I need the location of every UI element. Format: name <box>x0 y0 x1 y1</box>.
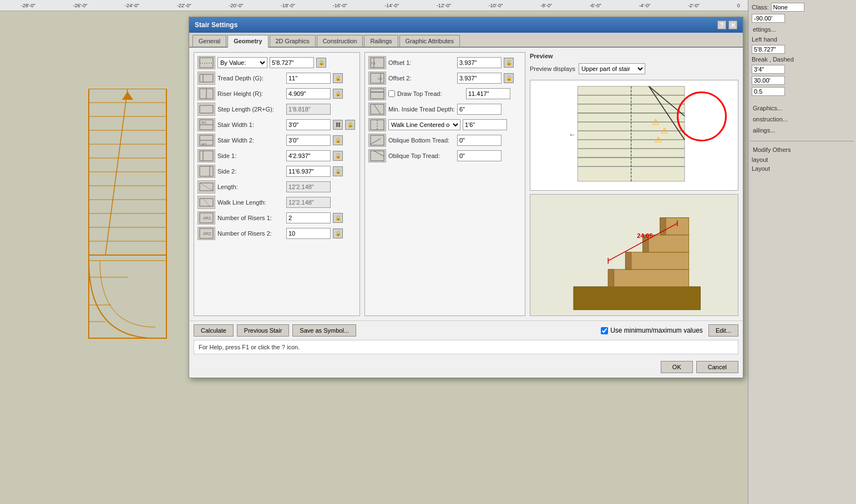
num-risers1-lock[interactable]: 🔒 <box>333 213 343 223</box>
save-symbol-button[interactable]: Save as Symbol... <box>292 324 356 337</box>
use-min-max-checkbox[interactable] <box>601 327 608 334</box>
walk-line-length-icon <box>197 196 215 209</box>
preview-display-row: Preview displays Upper part of stair <box>530 63 738 74</box>
oblique-top-label: Oblique Top Tread: <box>388 152 455 159</box>
min-inside-tread-row: Min. Inside Tread Depth: <box>368 103 521 116</box>
walk-line-length-label: Walk Line Length: <box>217 199 284 206</box>
num-risers2-icon: #R2 <box>197 227 215 240</box>
offset2-lock[interactable]: 🔒 <box>504 73 514 83</box>
graphics-link[interactable]: Graphics... <box>752 104 783 113</box>
offset1-row: O1 Offset 1: 🔒 <box>368 56 521 69</box>
modify-others-row[interactable]: Modify Others <box>751 145 854 155</box>
previous-stair-button[interactable]: Previous Stair <box>237 324 289 337</box>
settings-row[interactable]: ettings... <box>751 24 854 34</box>
num-risers2-row: #R2 Number of Risers 2: 🔒 <box>197 227 356 240</box>
stair-width1-lock[interactable]: 🔒 <box>345 120 355 130</box>
side2-input[interactable] <box>286 166 331 177</box>
oblique-top-input[interactable] <box>457 150 502 161</box>
side1-input[interactable] <box>286 150 331 161</box>
stair-width-link[interactable]: ⛓ <box>333 120 343 130</box>
num-risers2-input[interactable] <box>286 228 331 239</box>
middle-form-panel: O1 Offset 1: 🔒 O2 Offset 2: � <box>364 52 525 316</box>
tread-depth-lock[interactable]: 🔒 <box>333 73 343 83</box>
svg-text:O1: O1 <box>371 62 376 65</box>
tab-graphic-attributes[interactable]: Graphic Attributes <box>399 35 460 47</box>
svg-line-60 <box>374 151 384 156</box>
offset2-label: Offset 2: <box>388 75 455 82</box>
class-label: Class: <box>752 4 769 11</box>
help-text-bar: For Help, press F1 or click the ? icon. <box>194 340 738 354</box>
tread-depth-input[interactable] <box>286 73 331 84</box>
length-input <box>286 181 331 192</box>
preview-3d-svg: 24.05 <box>530 195 738 315</box>
val2: 3'4" <box>752 65 785 74</box>
draw-top-tread-checkbox[interactable] <box>388 90 395 97</box>
riser-height-lock[interactable]: 🔒 <box>333 89 343 99</box>
help-title-button[interactable]: ? <box>717 21 726 29</box>
svg-text:O2: O2 <box>378 77 383 80</box>
cancel-button[interactable]: Cancel <box>696 361 738 373</box>
preview-label: Preview <box>530 53 553 59</box>
riser-height-input[interactable] <box>286 88 331 99</box>
svg-rect-78 <box>574 287 700 310</box>
offset1-lock[interactable]: 🔒 <box>504 58 514 68</box>
val2-row: 3'4" <box>751 64 854 74</box>
stair-width2-input[interactable] <box>286 135 331 146</box>
num-risers1-icon: #R1 <box>197 211 215 225</box>
tab-general[interactable]: General <box>193 35 226 47</box>
right-panel: Class: None -90.00' ettings... Left hand… <box>748 0 856 504</box>
ok-button[interactable]: OK <box>661 361 693 373</box>
edit-button[interactable]: Edit... <box>708 324 738 337</box>
walk-line-input[interactable] <box>463 119 507 130</box>
settings-link[interactable]: ettings... <box>752 25 777 34</box>
tab-2d-graphics[interactable]: 2D Graphics <box>270 35 316 47</box>
by-value-row: By Value: 🔒 <box>197 56 356 69</box>
length-row: Length: <box>197 180 356 194</box>
layout2-label: Layout <box>752 165 770 172</box>
close-title-button[interactable]: ✕ <box>728 21 737 29</box>
walk-line-length-input <box>286 197 331 208</box>
calculate-button[interactable]: Calculate <box>194 324 234 337</box>
offset2-input[interactable] <box>457 73 502 84</box>
offset1-input[interactable] <box>457 57 502 68</box>
construction-link[interactable]: onstruction... <box>752 115 789 124</box>
tab-railings[interactable]: Railings <box>364 35 398 47</box>
side1-lock[interactable]: 🔒 <box>333 151 343 161</box>
num-risers1-input[interactable] <box>286 212 331 223</box>
preview-display-select[interactable]: Upper part of stair <box>579 63 645 74</box>
min-inside-tread-label: Min. Inside Tread Depth: <box>388 106 455 113</box>
by-value-lock[interactable]: 🔒 <box>316 58 326 68</box>
val4: 0.5 <box>752 87 785 96</box>
walk-line-select[interactable]: Walk Line Centered o <box>388 119 460 130</box>
modify-others-label[interactable]: Modify Others <box>752 145 792 154</box>
railings-row[interactable]: ailings... <box>751 125 854 135</box>
graphics-row[interactable]: Graphics... <box>751 103 854 113</box>
stair-width2-lock[interactable]: 🔒 <box>333 135 343 145</box>
tab-geometry[interactable]: Geometry <box>227 35 268 48</box>
dialog-bottom-bar: Calculate Previous Stair Save as Symbol.… <box>189 320 743 340</box>
num-risers2-lock[interactable]: 🔒 <box>333 228 343 238</box>
tab-construction[interactable]: Construction <box>317 35 363 47</box>
by-value-input[interactable] <box>270 57 314 68</box>
side2-label: Side 2: <box>217 168 284 175</box>
width-row: 5'8.727" <box>751 44 854 54</box>
tread-depth-row: Tread Depth (G): 🔒 <box>197 72 356 85</box>
side2-row: Side 2: 🔒 <box>197 165 356 178</box>
by-value-select[interactable]: By Value: <box>217 57 267 68</box>
min-inside-tread-input[interactable] <box>457 104 502 115</box>
oblique-bottom-input[interactable] <box>457 135 502 146</box>
draw-top-tread-input[interactable] <box>466 88 510 99</box>
ruler-marks: -28'-0" -26'-0" -24'-0" -22'-0" -20'-0" … <box>2 3 854 8</box>
construction-row[interactable]: onstruction... <box>751 114 854 124</box>
length-icon <box>197 180 215 194</box>
val3-row: 30.00' <box>751 75 854 85</box>
railings-link[interactable]: ailings... <box>752 126 776 135</box>
help-text: For Help, press F1 or click the ? icon. <box>199 344 300 350</box>
svg-rect-83 <box>608 269 614 287</box>
stair-width2-row: W2 Stair Width 2: 🔒 <box>197 134 356 147</box>
stair-width1-label: Stair Width 1: <box>217 121 284 128</box>
side2-lock[interactable]: 🔒 <box>333 166 343 176</box>
riser-height-row: Riser Height (R): 🔒 <box>197 87 356 100</box>
use-min-max-row: Use minimum/maximum values Edit... <box>601 324 738 337</box>
stair-width1-input[interactable] <box>286 119 331 130</box>
